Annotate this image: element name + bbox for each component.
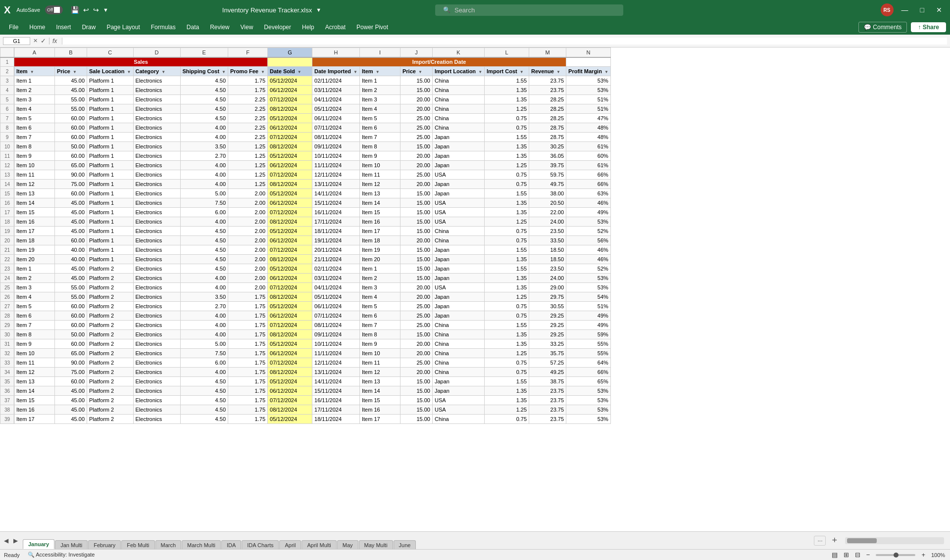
cell-j[interactable]: 20.00 [400,339,432,349]
view-layout-btn[interactable]: ⊞ [844,551,849,559]
cell-m[interactable]: 38.00 [529,189,566,198]
cell-b[interactable]: 60.00 [55,311,87,321]
spreadsheet-scroll[interactable]: A B C D E F G H I J K L M N 1 [0,47,950,531]
cell-j[interactable]: 15.00 [400,396,432,405]
cell-a[interactable]: Item 16 [14,405,55,415]
col-l-header[interactable]: L [485,48,529,57]
cell-n[interactable]: 48% [566,133,611,142]
cell-e[interactable]: 4.00 [180,274,228,283]
filter-sale-location[interactable]: Sale Location ▼ [87,67,134,76]
cell-k[interactable]: China [432,95,484,104]
cell-m[interactable]: 28.25 [529,95,566,104]
cell-c[interactable]: Platform 2 [87,283,134,292]
cell-h[interactable]: 03/11/2024 [312,86,360,95]
cell-c[interactable]: Platform 2 [87,377,134,386]
cell-d[interactable]: Electronics [133,95,180,104]
cell-a[interactable]: Item 10 [14,349,55,358]
user-avatar[interactable]: RS [881,3,894,16]
cell-d[interactable]: Electronics [133,227,180,236]
cell-a[interactable]: Item 2 [14,274,55,283]
cell-k[interactable]: Japan [432,151,484,161]
cell-h[interactable]: 19/11/2024 [312,236,360,245]
cell-g[interactable]: 08/12/2024 [268,368,312,377]
cell-i[interactable]: Item 11 [359,170,400,180]
cell-a[interactable]: Item 13 [14,189,55,198]
cell-j[interactable]: 20.00 [400,104,432,114]
quick-access-more[interactable]: ▼ [103,7,108,13]
cell-d[interactable]: Electronics [133,236,180,245]
cell-e[interactable]: 4.50 [180,396,228,405]
cell-h[interactable]: 02/11/2024 [312,264,360,274]
tab-more-btn[interactable]: ··· [814,536,826,546]
cell-h[interactable]: 14/11/2024 [312,189,360,198]
cell-h[interactable]: 17/11/2024 [312,405,360,415]
cell-i[interactable]: Item 5 [359,302,400,311]
cell-a[interactable]: Item 15 [14,208,55,217]
h-scrollbar[interactable] [845,537,944,544]
cell-j[interactable]: 15.00 [400,189,432,198]
cell-a[interactable]: Item 3 [14,283,55,292]
col-d-header[interactable]: D [133,48,180,57]
cell-a[interactable]: Item 13 [14,377,55,386]
sheet-tab-february[interactable]: February [88,540,121,549]
cell-a[interactable]: Item 17 [14,415,55,424]
cell-h[interactable]: 05/11/2024 [312,292,360,302]
cell-j[interactable]: 15.00 [400,142,432,151]
formula-expand-icon[interactable]: ✕ [33,38,38,44]
cell-g[interactable]: 06/12/2024 [268,386,312,396]
cell-j[interactable]: 15.00 [400,76,432,86]
cell-k[interactable]: China [432,114,484,123]
cell-m[interactable]: 23.75 [529,396,566,405]
cell-g[interactable]: 08/12/2024 [268,292,312,302]
zoom-in-btn[interactable]: + [921,551,925,559]
cell-i[interactable]: Item 12 [359,368,400,377]
cell-l[interactable]: 0.75 [485,415,529,424]
cell-c[interactable]: Platform 2 [87,405,134,415]
close-btn[interactable]: ✕ [932,6,946,14]
cell-b[interactable]: 50.00 [55,142,87,151]
tab-prev-icon[interactable]: ◀ [2,536,10,545]
cell-c[interactable]: Platform 1 [87,161,134,170]
cell-j[interactable]: 15.00 [400,405,432,415]
cell-k[interactable]: China [432,415,484,424]
cell-k[interactable]: China [432,368,484,377]
cell-m[interactable]: 49.25 [529,368,566,377]
cell-g[interactable]: 07/12/2024 [268,358,312,368]
cell-b[interactable]: 40.00 [55,255,87,264]
cell-i[interactable]: Item 9 [359,151,400,161]
cell-d[interactable]: Electronics [133,198,180,208]
cell-d[interactable]: Electronics [133,368,180,377]
cell-g[interactable]: 07/12/2024 [268,396,312,405]
cell-k[interactable]: Japan [432,180,484,189]
cell-m[interactable]: 22.00 [529,208,566,217]
menu-file[interactable]: File [4,23,23,32]
cell-l[interactable]: 1.25 [485,217,529,227]
cell-k[interactable]: China [432,321,484,330]
cell-n[interactable]: 54% [566,292,611,302]
view-normal-btn[interactable]: ▤ [832,551,838,559]
cell-b[interactable]: 60.00 [55,151,87,161]
cell-m[interactable]: 38.75 [529,377,566,386]
cell-h[interactable]: 07/11/2024 [312,311,360,321]
cell-j[interactable]: 25.00 [400,321,432,330]
cell-n[interactable]: 55% [566,349,611,358]
cell-j[interactable]: 20.00 [400,236,432,245]
menu-developer[interactable]: Developer [259,23,296,32]
cell-k[interactable]: Japan [432,377,484,386]
cell-i[interactable]: Item 5 [359,114,400,123]
cell-c[interactable]: Platform 2 [87,386,134,396]
cell-f[interactable]: 2.00 [228,274,268,283]
cell-m[interactable]: 23.75 [529,415,566,424]
cell-h[interactable]: 16/11/2024 [312,396,360,405]
cell-l[interactable]: 1.55 [485,264,529,274]
cell-b[interactable]: 45.00 [55,76,87,86]
cell-e[interactable]: 4.50 [180,264,228,274]
cell-k[interactable]: Japan [432,133,484,142]
filter-date-imported[interactable]: Date Imported ▼ [312,67,360,76]
cell-a[interactable]: Item 7 [14,321,55,330]
cell-e[interactable]: 3.50 [180,142,228,151]
cell-b[interactable]: 45.00 [55,274,87,283]
cell-i[interactable]: Item 13 [359,189,400,198]
cell-i[interactable]: Item 2 [359,274,400,283]
cell-n[interactable]: 46% [566,255,611,264]
